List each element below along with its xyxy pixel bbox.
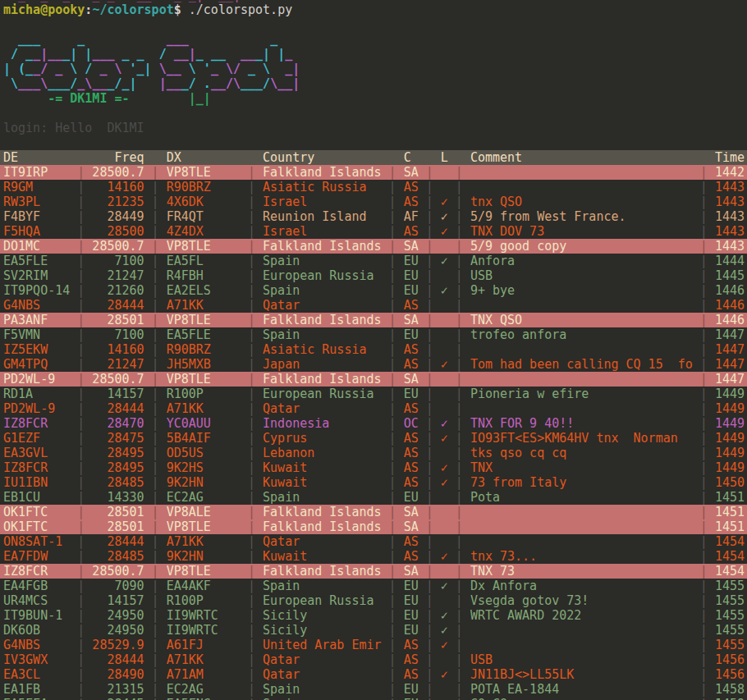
column-separator: | [144, 667, 167, 682]
cell-l: ✓ [441, 254, 448, 268]
cell-country: Falkland Islands [263, 239, 389, 254]
cell-time: 1455 [715, 623, 745, 638]
cell-l: ✓ [441, 209, 448, 224]
cell-c: OC [404, 416, 419, 431]
cell-country: Sicily [263, 608, 389, 623]
cell-comment: JN11BJ<>LL55LK [470, 667, 700, 682]
col-header-country: Country [263, 150, 389, 165]
column-separator: | [389, 239, 404, 254]
cell-dx: 9K2HS [167, 460, 248, 475]
column-separator: | [419, 180, 441, 194]
cell-comment: USB [470, 652, 700, 667]
cell-c: EU [404, 593, 419, 608]
blank-line [0, 135, 747, 150]
column-separator: | [700, 505, 715, 519]
cell-dx: 5B4AIF [167, 431, 248, 446]
table-row: EA4FGB| 7090 | EA4AKF| Spain| EU | ✓ | D… [0, 579, 747, 593]
cell-dx: VP8TLE [167, 564, 248, 579]
column-separator: | [700, 401, 715, 416]
column-separator: | [389, 431, 404, 446]
cell-dx: EA2ELS [167, 283, 248, 298]
column-separator: | [77, 372, 92, 387]
column-separator: | [448, 224, 470, 239]
column-separator: | [77, 165, 92, 180]
cell-freq: 28444 [92, 652, 144, 667]
table-row: EA5FLE| 7100 | EA5FL| Spain| EU | ✓ | An… [0, 254, 747, 268]
column-separator: | [419, 519, 441, 534]
column-separator: | [700, 224, 715, 239]
cell-dx: A71KK [167, 534, 248, 549]
cell-dx: A71KK [167, 298, 248, 313]
prompt-dollar: $ [174, 2, 181, 17]
cell-comment: 5/9 from West France. [470, 209, 700, 224]
cell-de: EA1FB [3, 682, 77, 697]
cell-country: Lebanon [263, 446, 389, 460]
column-separator: | [248, 549, 263, 564]
column-separator: | [248, 298, 263, 313]
terminal-window[interactable]: \_ \_ _/ \_ _/ \__/ \_ _| \__| micha@poo… [0, 0, 747, 700]
cell-dx: VP8TLE [167, 165, 248, 180]
table-row: RD1A| 14157 | R100P| European Russia| EU… [0, 387, 747, 401]
cell-time: 1449 [715, 401, 745, 416]
table-row: G4NBS| 28444 | A71KK| Qatar| AS | | | 14… [0, 298, 747, 313]
column-separator: | [248, 431, 263, 446]
column-separator: | [144, 416, 167, 431]
column-separator: | [700, 519, 715, 534]
cell-time: 1449 [715, 460, 745, 475]
column-separator: | [389, 283, 404, 298]
cell-l [441, 268, 448, 283]
column-separator: | [448, 209, 470, 224]
column-separator: | [419, 165, 441, 180]
cell-freq: 28444 [92, 534, 144, 549]
cell-country: Spain [263, 490, 389, 505]
column-separator: | [144, 623, 167, 638]
column-separator: | [248, 579, 263, 593]
column-separator: | [248, 401, 263, 416]
cell-country: Kuwait [263, 475, 389, 490]
column-separator: | [700, 593, 715, 608]
cell-country: European Russia [263, 387, 389, 401]
column-separator: | [448, 313, 470, 327]
cell-time: 1451 [715, 519, 745, 534]
cell-l: ✓ [441, 416, 448, 431]
cell-comment: 9+ bye [470, 283, 700, 298]
column-separator: | [77, 475, 92, 490]
column-separator: | [419, 608, 441, 623]
cell-de: R9GM [3, 180, 77, 194]
column-separator: | [389, 180, 404, 194]
cell-freq: 24950 [92, 608, 144, 623]
cell-comment: tnx QSO [470, 194, 700, 209]
cell-de: IV3GWX [3, 652, 77, 667]
cell-c: EU [404, 268, 419, 283]
column-separator: | [248, 313, 263, 327]
cell-comment [470, 505, 700, 519]
cell-comment: tks qso cq cq [470, 446, 700, 460]
table-row: DO1MC| 28500.7 | VP8TLE| Falkland Island… [0, 239, 747, 254]
table-row: G4NBS| 28529.9 | A61FJ| United Arab Emir… [0, 638, 747, 652]
column-separator: | [248, 357, 263, 372]
column-separator: | [700, 194, 715, 209]
colorspot-ascii-logo: ___ _ ___ _ / __|___| |___ _ _ / __|_ __… [0, 32, 747, 106]
cell-comment: TNX QSO [470, 313, 700, 327]
cell-l: ✓ [441, 224, 448, 239]
cell-de: G4NBS [3, 638, 77, 652]
column-separator: | [144, 180, 167, 194]
column-separator: | [419, 549, 441, 564]
cell-comment: TNX [470, 460, 700, 475]
column-separator: | [389, 549, 404, 564]
cell-time: 1455 [715, 638, 745, 652]
column-separator: | [389, 667, 404, 682]
cell-time: 1459 [715, 697, 745, 700]
cell-de: IT9PQO-14 [3, 283, 77, 298]
column-separator: | [248, 239, 263, 254]
column-separator: | [389, 224, 404, 239]
column-separator [389, 150, 404, 165]
cell-c: SA [404, 372, 419, 387]
table-row: RW3PL| 21235 | 4X6DK| Israel| AS | ✓ | t… [0, 194, 747, 209]
cell-l [441, 342, 448, 357]
column-separator: | [419, 682, 441, 697]
cell-comment: USB [470, 268, 700, 283]
cell-freq: 28500.7 [92, 239, 144, 254]
column-separator: | [419, 327, 441, 342]
column-separator [700, 150, 715, 165]
